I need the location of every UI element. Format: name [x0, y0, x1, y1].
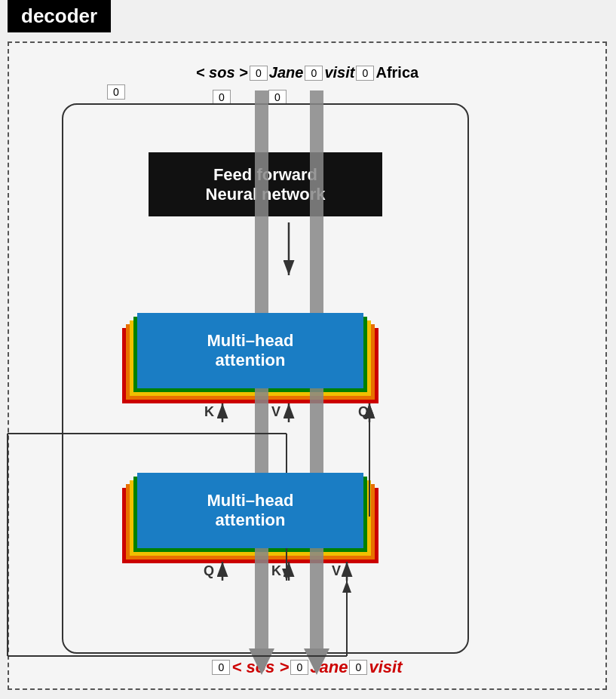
token-box-0-3: 0	[356, 66, 374, 81]
left-zero-box: 0	[107, 84, 125, 100]
sub-zero-boxes: 0 0	[213, 90, 287, 105]
outer-container: < sos > 0 Jane 0 visit 0 Africa 0 0 0 Fe…	[8, 41, 607, 690]
lower-mha-container: Multi–head attention	[137, 473, 363, 563]
upper-mha-line1: Multi–head	[207, 331, 294, 351]
ffn-block: Feed forward Neural network	[149, 152, 382, 216]
bottom-box-0-3: 0	[349, 660, 367, 675]
upper-mha-line2: attention	[216, 351, 286, 370]
lower-mha-line2: attention	[216, 510, 286, 530]
token-visit-top: visit	[324, 64, 354, 81]
token-box-0-2: 0	[305, 66, 323, 81]
token-africa-top: Africa	[375, 64, 418, 81]
top-tokens-row: < sos > 0 Jane 0 visit 0 Africa	[9, 64, 605, 81]
lower-mha-line1: Multi–head	[207, 491, 294, 510]
bottom-box-0-2: 0	[290, 660, 308, 675]
token-sos-top: < sos >	[196, 64, 248, 81]
bottom-visit: visit	[369, 658, 402, 677]
upper-mha-main: Multi–head attention	[137, 313, 363, 388]
lower-mha-main: Multi–head attention	[137, 473, 363, 548]
ffn-line1: Feed forward	[213, 165, 317, 185]
token-jane-top: Jane	[269, 64, 304, 81]
bottom-tokens-row: 0 < sos > 0 Jane 0 visit	[9, 658, 605, 677]
upper-mha-container: Multi–head attention	[137, 313, 363, 403]
bottom-sos: < sos >	[231, 658, 289, 677]
sub-box-0-2: 0	[268, 90, 287, 105]
left-box-0: 0	[107, 84, 125, 100]
decoder-label: decoder	[8, 0, 111, 32]
sub-box-0-1: 0	[213, 90, 231, 105]
token-box-0-1: 0	[250, 66, 268, 81]
ffn-line2: Neural network	[206, 185, 326, 204]
bottom-box-0-1: 0	[212, 660, 230, 675]
bottom-jane: Jane	[310, 658, 348, 677]
